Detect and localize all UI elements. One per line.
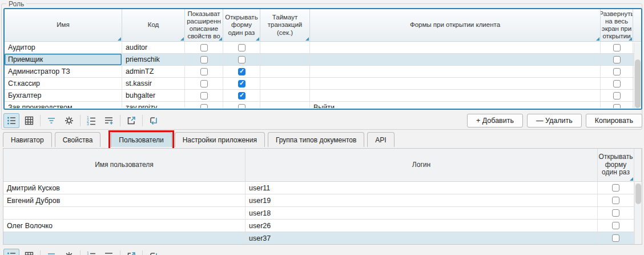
fullscreen-on-open-checkbox[interactable]: [613, 92, 621, 99]
fullscreen-on-open-checkbox[interactable]: [613, 104, 621, 109]
user-name-cell[interactable]: Дмитрий Кусков: [3, 182, 245, 194]
vertical-scrollbar-thumb[interactable]: [635, 184, 641, 204]
user-table-row[interactable]: user37: [3, 232, 642, 245]
open-form-once-checkbox[interactable]: [238, 92, 245, 99]
fullscreen-on-open-checkbox[interactable]: [613, 68, 621, 75]
user-table-row[interactable]: Дмитрий Кусковuser11: [3, 182, 642, 194]
column-header-open-form-once[interactable]: Открывать форму один раз: [598, 149, 634, 181]
refresh-button[interactable]: [146, 113, 162, 128]
user-login-cell[interactable]: user26: [245, 220, 598, 232]
filter-button[interactable]: [43, 113, 59, 128]
vertical-scrollbar-thumb[interactable]: [635, 59, 641, 108]
role-name-cell[interactable]: Бухгалтер: [5, 90, 122, 101]
role-timeout-cell[interactable]: [260, 42, 310, 53]
settings-button[interactable]: [61, 113, 77, 128]
role-code-cell[interactable]: auditor: [122, 42, 185, 53]
column-header-open-form-once[interactable]: Открывать форму один раз: [223, 9, 260, 41]
show-extended-checkbox[interactable]: [200, 92, 208, 99]
tab-users[interactable]: Пользователи: [111, 132, 171, 147]
add-to-list-button[interactable]: [101, 113, 117, 128]
show-extended-checkbox[interactable]: [200, 80, 208, 87]
role-forms-on-open-cell[interactable]: [310, 42, 601, 53]
show-extended-checkbox[interactable]: [200, 68, 208, 75]
role-timeout-cell[interactable]: [260, 78, 310, 89]
role-code-cell[interactable]: priemschik: [122, 54, 185, 65]
user-name-cell[interactable]: [3, 232, 245, 244]
column-header-forms-on-open[interactable]: Формы при открытии клиента: [310, 9, 601, 41]
column-header-name[interactable]: Имя: [5, 9, 122, 41]
role-timeout-cell[interactable]: [260, 66, 310, 77]
user-login-cell[interactable]: user11: [245, 182, 598, 194]
open-form-once-checkbox[interactable]: [238, 104, 245, 109]
show-extended-checkbox[interactable]: [200, 56, 208, 63]
role-forms-on-open-cell[interactable]: [310, 54, 601, 65]
numbered-list-button[interactable]: 123: [83, 249, 99, 255]
numbered-list-button[interactable]: 123: [83, 113, 99, 128]
user-name-cell[interactable]: Олег Волочко: [3, 220, 245, 232]
column-header-login[interactable]: Логин: [245, 149, 598, 181]
role-code-cell[interactable]: adminTZ: [122, 66, 185, 77]
open-form-once-checkbox[interactable]: [238, 44, 245, 51]
column-header-show-extended[interactable]: Показыват расширенн описание свойств во: [185, 9, 223, 41]
user-table-row[interactable]: Евгений Дубровuser19: [3, 194, 642, 207]
open-external-button[interactable]: [123, 113, 139, 128]
vertical-scrollbar[interactable]: [634, 182, 642, 244]
role-forms-on-open-cell[interactable]: Выйти: [310, 102, 601, 108]
add-button[interactable]: + Добавить: [467, 114, 523, 128]
role-code-cell[interactable]: zav.proizv: [122, 102, 185, 108]
refresh-button[interactable]: [146, 249, 162, 255]
role-table-row[interactable]: Приемщикpriemschik: [5, 54, 641, 66]
role-timeout-cell[interactable]: [260, 102, 310, 108]
role-name-cell[interactable]: Аудитор: [5, 42, 122, 53]
show-extended-checkbox[interactable]: [200, 44, 208, 51]
role-forms-on-open-cell[interactable]: [310, 66, 601, 77]
column-header-transaction-timeout[interactable]: Таймаут транзакций (сек.): [260, 9, 310, 41]
show-extended-checkbox[interactable]: [200, 104, 208, 109]
open-form-once-checkbox[interactable]: [612, 234, 619, 242]
user-table-row[interactable]: Олег Волочкоuser26: [3, 220, 642, 232]
fullscreen-on-open-checkbox[interactable]: [613, 44, 621, 51]
tab-properties[interactable]: Свойства: [55, 132, 101, 147]
tab-navigator[interactable]: Навигатор: [3, 132, 52, 147]
role-table-row[interactable]: Аудиторauditor: [5, 42, 641, 54]
copy-button[interactable]: Копировать: [586, 114, 642, 128]
open-external-button[interactable]: [123, 249, 139, 255]
grid-view-button[interactable]: [21, 113, 37, 128]
column-header-code[interactable]: Код: [122, 9, 185, 41]
list-view-button[interactable]: [3, 113, 19, 128]
role-table-row[interactable]: Администратор ТЗadminTZ: [5, 66, 641, 78]
list-view-button[interactable]: [3, 249, 19, 255]
role-table-row[interactable]: Зав.производствомzav.proizvВыйти: [5, 102, 641, 108]
user-login-cell[interactable]: user19: [245, 194, 598, 206]
role-table-row[interactable]: Бухгалтерbuhgalter: [5, 90, 641, 102]
settings-button[interactable]: [61, 249, 77, 255]
tab-document-type-group[interactable]: Группа типов документов: [268, 132, 364, 147]
role-forms-on-open-cell[interactable]: [310, 90, 601, 101]
role-code-cell[interactable]: st.kassir: [122, 78, 185, 89]
user-name-cell[interactable]: Евгений Дубров: [3, 194, 245, 206]
filter-button[interactable]: [43, 249, 59, 255]
fullscreen-on-open-checkbox[interactable]: [613, 80, 621, 87]
role-name-cell[interactable]: Администратор ТЗ: [5, 66, 122, 77]
role-name-cell[interactable]: Ст.кассир: [5, 78, 122, 89]
user-name-cell[interactable]: [3, 207, 245, 219]
column-header-fullscreen-on-open[interactable]: Развернуть на весь экран при открытии: [601, 9, 633, 41]
open-form-once-checkbox[interactable]: [612, 184, 619, 192]
user-login-cell[interactable]: user18: [245, 207, 598, 219]
open-form-once-checkbox[interactable]: [238, 68, 245, 75]
role-table-row[interactable]: Ст.кассирst.kassir: [5, 78, 641, 90]
tab-app-settings[interactable]: Настройки приложения: [175, 132, 265, 147]
add-to-list-button[interactable]: [101, 249, 117, 255]
open-form-once-checkbox[interactable]: [612, 197, 619, 204]
tab-api[interactable]: API: [367, 132, 394, 147]
role-name-cell[interactable]: Приемщик: [5, 54, 122, 65]
open-form-once-checkbox[interactable]: [612, 209, 619, 217]
open-form-once-checkbox[interactable]: [612, 222, 619, 229]
open-form-once-checkbox[interactable]: [238, 80, 245, 87]
column-header-user-name[interactable]: Имя пользователя: [3, 149, 245, 181]
role-timeout-cell[interactable]: [260, 90, 310, 101]
role-forms-on-open-cell[interactable]: [310, 78, 601, 89]
role-code-cell[interactable]: buhgalter: [122, 90, 185, 101]
vertical-scrollbar[interactable]: [634, 42, 641, 109]
open-form-once-checkbox[interactable]: [238, 56, 245, 63]
